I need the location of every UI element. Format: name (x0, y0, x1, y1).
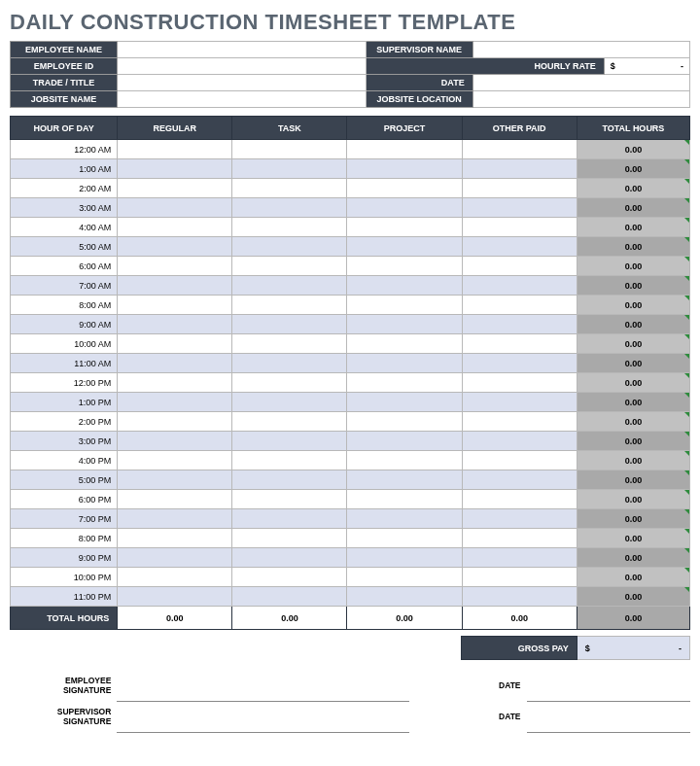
regular-cell[interactable] (118, 354, 232, 373)
other-cell[interactable] (462, 412, 577, 432)
other-cell[interactable] (462, 548, 577, 568)
other-cell[interactable] (462, 296, 577, 315)
task-cell[interactable] (232, 529, 347, 548)
regular-cell[interactable] (118, 373, 232, 393)
task-cell[interactable] (232, 587, 347, 607)
task-cell[interactable] (232, 490, 347, 509)
regular-cell[interactable] (118, 470, 232, 490)
project-cell[interactable] (347, 548, 462, 568)
project-cell[interactable] (347, 587, 462, 607)
regular-cell[interactable] (118, 296, 232, 315)
other-cell[interactable] (462, 509, 577, 529)
task-cell[interactable] (232, 140, 347, 159)
regular-cell[interactable] (118, 334, 232, 354)
other-cell[interactable] (462, 237, 577, 257)
employee-signature-line[interactable] (117, 670, 409, 701)
regular-cell[interactable] (118, 257, 232, 276)
task-cell[interactable] (232, 276, 347, 296)
other-cell[interactable] (462, 140, 577, 159)
regular-cell[interactable] (118, 159, 232, 179)
other-cell[interactable] (462, 315, 577, 334)
other-cell[interactable] (462, 257, 577, 276)
supervisor-sig-date-line[interactable] (527, 701, 690, 732)
project-cell[interactable] (347, 568, 462, 587)
project-cell[interactable] (347, 296, 462, 315)
regular-cell[interactable] (118, 587, 232, 607)
other-cell[interactable] (462, 432, 577, 451)
regular-cell[interactable] (118, 237, 232, 257)
project-cell[interactable] (347, 373, 462, 393)
project-cell[interactable] (347, 140, 462, 159)
task-cell[interactable] (232, 451, 347, 470)
project-cell[interactable] (347, 509, 462, 529)
project-cell[interactable] (347, 354, 462, 373)
project-cell[interactable] (347, 451, 462, 470)
employee-sig-date-line[interactable] (527, 670, 690, 701)
task-cell[interactable] (232, 412, 347, 432)
other-cell[interactable] (462, 587, 577, 607)
task-cell[interactable] (232, 548, 347, 568)
other-cell[interactable] (462, 451, 577, 470)
regular-cell[interactable] (118, 140, 232, 159)
other-cell[interactable] (462, 159, 577, 179)
other-cell[interactable] (462, 393, 577, 412)
other-cell[interactable] (462, 373, 577, 393)
regular-cell[interactable] (118, 218, 232, 237)
project-cell[interactable] (347, 470, 462, 490)
other-cell[interactable] (462, 529, 577, 548)
regular-cell[interactable] (118, 432, 232, 451)
regular-cell[interactable] (118, 568, 232, 587)
other-cell[interactable] (462, 218, 577, 237)
task-cell[interactable] (232, 198, 347, 218)
task-cell[interactable] (232, 568, 347, 587)
regular-cell[interactable] (118, 529, 232, 548)
project-cell[interactable] (347, 237, 462, 257)
regular-cell[interactable] (118, 548, 232, 568)
project-cell[interactable] (347, 432, 462, 451)
other-cell[interactable] (462, 179, 577, 198)
other-cell[interactable] (462, 198, 577, 218)
project-cell[interactable] (347, 529, 462, 548)
regular-cell[interactable] (118, 315, 232, 334)
regular-cell[interactable] (118, 490, 232, 509)
regular-cell[interactable] (118, 393, 232, 412)
task-cell[interactable] (232, 509, 347, 529)
regular-cell[interactable] (118, 509, 232, 529)
trade-title-field[interactable] (118, 75, 366, 91)
task-cell[interactable] (232, 334, 347, 354)
project-cell[interactable] (347, 393, 462, 412)
project-cell[interactable] (347, 198, 462, 218)
task-cell[interactable] (232, 257, 347, 276)
employee-id-field[interactable] (118, 58, 366, 75)
task-cell[interactable] (232, 315, 347, 334)
project-cell[interactable] (347, 276, 462, 296)
task-cell[interactable] (232, 218, 347, 237)
regular-cell[interactable] (118, 198, 232, 218)
project-cell[interactable] (347, 490, 462, 509)
date-field[interactable] (472, 75, 689, 91)
other-cell[interactable] (462, 334, 577, 354)
jobsite-name-field[interactable] (118, 91, 366, 108)
other-cell[interactable] (462, 354, 577, 373)
other-cell[interactable] (462, 470, 577, 490)
task-cell[interactable] (232, 237, 347, 257)
project-cell[interactable] (347, 412, 462, 432)
task-cell[interactable] (232, 296, 347, 315)
project-cell[interactable] (347, 334, 462, 354)
other-cell[interactable] (462, 568, 577, 587)
jobsite-location-field[interactable] (472, 91, 689, 108)
supervisor-signature-line[interactable] (117, 701, 409, 732)
other-cell[interactable] (462, 490, 577, 509)
supervisor-name-field[interactable] (472, 42, 689, 58)
task-cell[interactable] (232, 432, 347, 451)
task-cell[interactable] (232, 470, 347, 490)
project-cell[interactable] (347, 315, 462, 334)
employee-name-field[interactable] (118, 42, 366, 58)
project-cell[interactable] (347, 159, 462, 179)
task-cell[interactable] (232, 354, 347, 373)
other-cell[interactable] (462, 276, 577, 296)
project-cell[interactable] (347, 218, 462, 237)
task-cell[interactable] (232, 393, 347, 412)
regular-cell[interactable] (118, 179, 232, 198)
regular-cell[interactable] (118, 412, 232, 432)
